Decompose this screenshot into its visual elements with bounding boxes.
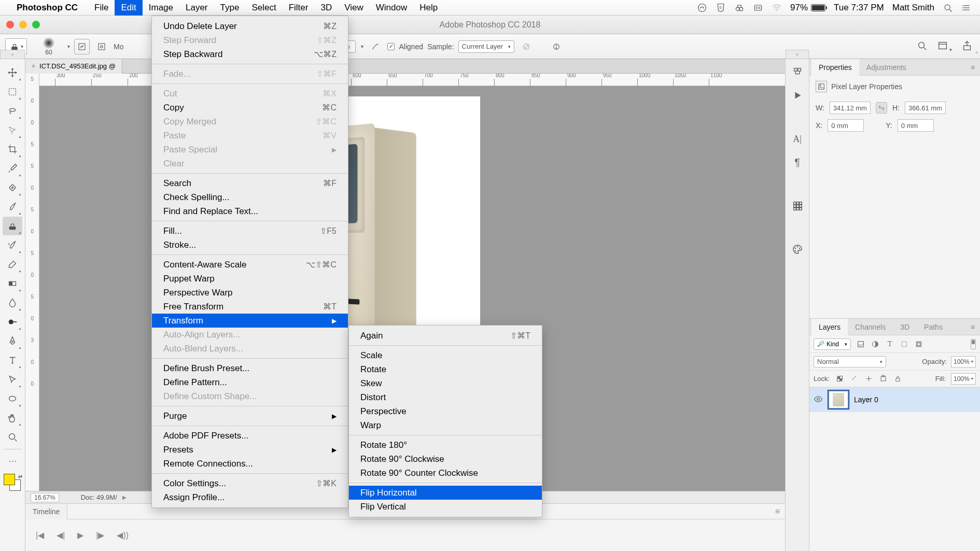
window-close-button[interactable] bbox=[6, 21, 14, 29]
pressure-size-button[interactable] bbox=[94, 39, 109, 54]
html5-icon[interactable]: 5 bbox=[716, 3, 726, 13]
menu-layer[interactable]: Layer bbox=[179, 0, 214, 16]
menu-item-content-aware-scale[interactable]: Content-Aware Scale⌥⇧⌘C bbox=[152, 258, 348, 272]
menu-item-skew[interactable]: Skew bbox=[349, 376, 542, 390]
y-input[interactable]: 0 mm bbox=[898, 119, 934, 132]
properties-tab[interactable]: Properties bbox=[811, 59, 859, 76]
menu-item-puppet-warp[interactable]: Puppet Warp bbox=[152, 272, 348, 286]
menu-item-free-transform[interactable]: Free Transform⌘T bbox=[152, 300, 348, 314]
color-swatches[interactable]: ⇄ bbox=[3, 474, 22, 496]
menu-item-rotate-180[interactable]: Rotate 180° bbox=[349, 438, 542, 452]
dock-collapse[interactable]: « bbox=[786, 50, 809, 59]
menu-list-icon[interactable] bbox=[961, 3, 972, 13]
menu-item-assign-profile[interactable]: Assign Profile... bbox=[152, 490, 348, 504]
menu-item-undo-delete-layer[interactable]: Undo Delete Layer⌘Z bbox=[152, 19, 348, 33]
menu-help[interactable]: Help bbox=[413, 0, 444, 16]
move-tool[interactable] bbox=[3, 63, 22, 82]
menu-select[interactable]: Select bbox=[245, 0, 282, 16]
zoom-level[interactable]: 16.67% bbox=[31, 493, 59, 502]
brush-tool[interactable] bbox=[3, 197, 22, 216]
binoculars-icon[interactable] bbox=[734, 3, 745, 13]
hand-tool[interactable] bbox=[3, 408, 22, 427]
layer-visibility-icon[interactable] bbox=[814, 394, 823, 405]
fill-input[interactable]: 100%▾ bbox=[951, 373, 976, 385]
filter-smart-icon[interactable] bbox=[914, 340, 923, 349]
menu-filter[interactable]: Filter bbox=[283, 0, 315, 16]
menu-view[interactable]: View bbox=[338, 0, 370, 16]
menu-item-purge[interactable]: Purge▶ bbox=[152, 409, 348, 423]
layer-name[interactable]: Layer 0 bbox=[854, 395, 878, 404]
menu-edit[interactable]: Edit bbox=[115, 0, 142, 16]
menu-item-again[interactable]: Again⇧⌘T bbox=[349, 329, 542, 343]
menu-item-fill[interactable]: Fill...⇧F5 bbox=[152, 224, 348, 238]
battery-status[interactable]: 97% bbox=[790, 3, 825, 13]
gradient-tool[interactable] bbox=[3, 274, 22, 293]
layers-tab[interactable]: Layers bbox=[811, 319, 848, 335]
ignore-adjustment-button[interactable] bbox=[519, 39, 534, 54]
history-panel-icon[interactable] bbox=[791, 65, 804, 79]
clone-stamp-tool[interactable] bbox=[3, 217, 22, 235]
menu-item-color-settings[interactable]: Color Settings...⇧⌘K bbox=[152, 476, 348, 490]
menu-item-rotate[interactable]: Rotate bbox=[349, 362, 542, 376]
menu-item-define-brush-preset[interactable]: Define Brush Preset... bbox=[152, 361, 348, 375]
play-button[interactable]: ▶ bbox=[77, 530, 83, 540]
filter-shape-icon[interactable] bbox=[900, 340, 909, 349]
lock-image-icon[interactable] bbox=[849, 374, 859, 384]
zoom-tool[interactable] bbox=[3, 428, 22, 446]
menu-item-stroke[interactable]: Stroke... bbox=[152, 238, 348, 252]
lock-transparency-icon[interactable] bbox=[835, 374, 844, 384]
brush-dropdown-icon[interactable]: ▾ bbox=[67, 44, 70, 49]
eraser-tool[interactable] bbox=[3, 255, 22, 274]
sample-select[interactable]: Current Layer▾ bbox=[458, 40, 514, 53]
app-name[interactable]: Photoshop CC bbox=[17, 3, 78, 13]
layers-menu-icon[interactable]: ≡ bbox=[971, 323, 975, 331]
menu-item-perspective[interactable]: Perspective bbox=[349, 404, 542, 418]
window-minimize-button[interactable] bbox=[19, 21, 27, 29]
doc-info[interactable]: Doc: 49.9M/ bbox=[81, 493, 117, 501]
filter-pixel-icon[interactable] bbox=[856, 340, 865, 349]
paragraph-panel-icon[interactable]: ¶ bbox=[791, 156, 804, 169]
aligned-checkbox[interactable] bbox=[387, 43, 395, 50]
color-panel-icon[interactable] bbox=[791, 243, 804, 256]
toggle-brush-panel-button[interactable] bbox=[74, 39, 90, 54]
link-wh-button[interactable] bbox=[876, 102, 887, 114]
menu-item-flip-horizontal[interactable]: Flip Horizontal bbox=[349, 486, 542, 500]
timeline-tab[interactable]: Timeline bbox=[25, 504, 67, 519]
width-input[interactable]: 341.12 mm bbox=[830, 102, 871, 114]
toolstrip-collapse[interactable]: » bbox=[0, 50, 25, 59]
quick-select-tool[interactable] bbox=[3, 121, 22, 139]
menu-item-search[interactable]: Search⌘F bbox=[152, 176, 348, 190]
crop-tool[interactable] bbox=[3, 140, 22, 159]
shape-tool[interactable] bbox=[3, 389, 22, 408]
pressure-opacity-button[interactable] bbox=[549, 39, 564, 54]
filter-toggle[interactable] bbox=[971, 339, 976, 349]
go-to-first-frame-button[interactable]: |◀ bbox=[36, 530, 44, 540]
menu-type[interactable]: Type bbox=[214, 0, 246, 16]
wifi-icon[interactable] bbox=[772, 3, 782, 13]
document-tab[interactable]: × ICT.DSC_4953Edit.jpg @ bbox=[25, 59, 122, 74]
menu-item-warp[interactable]: Warp bbox=[349, 418, 542, 432]
menu-item-define-pattern[interactable]: Define Pattern... bbox=[152, 375, 348, 389]
history-brush-tool[interactable] bbox=[3, 236, 22, 255]
marquee-tool[interactable] bbox=[3, 82, 22, 101]
healing-brush-tool[interactable] bbox=[3, 178, 22, 197]
layer-thumbnail[interactable] bbox=[828, 390, 849, 409]
menu-item-transform[interactable]: Transform▶ bbox=[152, 314, 348, 328]
share-button[interactable] bbox=[961, 40, 973, 53]
layer-filter-kind[interactable]: 🔎Kind▾ bbox=[814, 338, 851, 350]
type-tool[interactable] bbox=[3, 351, 22, 370]
edit-toolbar-button[interactable]: ⋯ bbox=[3, 451, 22, 470]
height-input[interactable]: 366.61 mm bbox=[905, 102, 946, 114]
swap-colors-icon[interactable]: ⇄ bbox=[18, 474, 22, 479]
menubar-clock[interactable]: Tue 7:37 PM bbox=[834, 3, 884, 13]
menu-item-rotate-90-clockwise[interactable]: Rotate 90° Clockwise bbox=[349, 452, 542, 466]
opacity-input[interactable]: 100%▾ bbox=[951, 356, 976, 368]
airbrush-button[interactable] bbox=[368, 39, 383, 54]
filter-type-icon[interactable]: T bbox=[885, 340, 894, 349]
layer-row[interactable]: Layer 0 bbox=[809, 387, 980, 412]
blur-tool[interactable] bbox=[3, 293, 22, 312]
menu-item-adobe-pdf-presets[interactable]: Adobe PDF Presets... bbox=[152, 429, 348, 443]
menu-item-step-backward[interactable]: Step Backward⌥⌘Z bbox=[152, 47, 348, 61]
menu-image[interactable]: Image bbox=[143, 0, 179, 16]
menu-item-flip-vertical[interactable]: Flip Vertical bbox=[349, 500, 542, 514]
